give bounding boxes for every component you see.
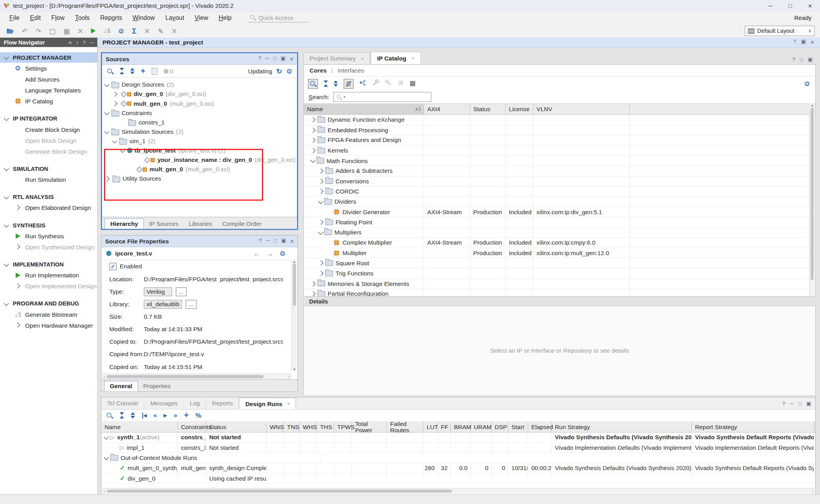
chevron-down-icon[interactable] [4, 222, 9, 227]
collapse-all-icon[interactable]: ≡ [69, 39, 72, 45]
minimize-icon[interactable]: ─ [760, 0, 780, 11]
redo-icon[interactable]: ↷ [36, 27, 41, 35]
chevron-down-icon[interactable] [104, 82, 109, 86]
column-header-bram[interactable]: BRAM [451, 422, 471, 432]
tab-messages[interactable]: Messages [144, 398, 184, 409]
sidebar-item-add-sources[interactable]: Add Sources [0, 74, 97, 85]
column-header-wns[interactable]: WNS [267, 422, 284, 432]
column-header-elapsed[interactable]: Elapsed [528, 422, 552, 432]
chevron-right-icon[interactable] [318, 220, 323, 224]
tree-row[interactable]: Design Sources(2) [102, 80, 297, 89]
column-header-lut[interactable]: LUT [424, 422, 438, 432]
checkbox-checked-icon[interactable]: ✓ [109, 263, 117, 270]
chevron-down-icon[interactable] [104, 129, 109, 133]
property-input[interactable]: Verilog [144, 287, 172, 296]
delete-icon[interactable]: ✕ [78, 27, 84, 35]
column-header-axi4[interactable]: AXI4 [424, 104, 470, 115]
chevron-down-icon[interactable] [4, 194, 9, 199]
chevron-right-icon[interactable] [310, 148, 315, 153]
ip-row[interactable]: Conversions [304, 176, 815, 186]
horizontal-scrollbar[interactable]: ‹› [102, 488, 815, 494]
flow-section-ip-integrator[interactable]: IP INTEGRATOR [0, 114, 97, 124]
back-icon[interactable]: ← [253, 250, 260, 257]
chevron-right-icon[interactable] [104, 176, 109, 181]
play-icon[interactable]: ▸ [164, 412, 167, 419]
chevron-right-icon[interactable] [310, 117, 315, 122]
minimize-panel-icon[interactable]: ─ [266, 238, 270, 245]
step-forward-icon[interactable]: » [174, 412, 177, 419]
expand-all-icon[interactable] [130, 68, 134, 74]
tab-libraries[interactable]: Libraries [184, 219, 217, 229]
search-icon[interactable] [107, 67, 113, 74]
minimize-panel-icon[interactable]: ─ [266, 55, 269, 62]
ip-row[interactable]: Embedded Processing [304, 125, 815, 135]
menu-layout[interactable]: Layout [160, 12, 189, 23]
column-header-whs[interactable]: WHS [299, 422, 317, 432]
float-icon[interactable]: ▣ [806, 401, 811, 406]
close-icon[interactable]: × [800, 0, 820, 11]
sidebar-item-settings[interactable]: ⚙Settings [0, 63, 97, 74]
properties-panel-header[interactable]: Source File Properties ? ─ □ ▣ × [102, 236, 298, 247]
browse-button[interactable]: … [176, 287, 187, 296]
ip-row[interactable]: FPGA Features and Design [304, 135, 815, 146]
search-toggle-icon[interactable] [308, 79, 318, 89]
column-header-tpws[interactable]: TPWS [334, 422, 352, 432]
chevron-right-icon[interactable] [310, 138, 315, 142]
search-icon[interactable] [106, 412, 113, 419]
flow-section-synthesis[interactable]: SYNTHESIS [0, 220, 97, 231]
settings-icon[interactable]: ⚙ [118, 27, 125, 34]
menu-reports[interactable]: Reports [95, 12, 127, 23]
report-summary-icon[interactable]: Σ [132, 27, 136, 35]
sources-panel-header[interactable]: Sources ? ─ □ ▣ × [102, 53, 297, 65]
chevron-down-icon[interactable] [4, 116, 9, 121]
column-header-failed_routes[interactable]: Failed Routes [387, 422, 424, 432]
sidebar-item-language-templates[interactable]: Language Templates [0, 85, 97, 96]
column-header-vlnv[interactable]: VLNV [533, 104, 629, 115]
minimize-panel-icon[interactable]: ─ [90, 39, 94, 45]
chevron-right-icon[interactable] [15, 284, 20, 288]
ip-row[interactable]: Trig Functions [304, 268, 815, 279]
sidebar-item-open-elaborated-design[interactable]: Open Elaborated Design [0, 202, 97, 213]
collapse-all-icon[interactable] [324, 80, 328, 87]
generate-bitstream-icon[interactable]: ↓0110 [104, 28, 111, 33]
layout-selector[interactable]: Default Layout ∨ [745, 26, 815, 36]
menu-edit[interactable]: Edit [25, 12, 46, 23]
maximize-panel-icon[interactable]: □ [274, 238, 277, 245]
run-row[interactable]: ✓mult_gen_0_synth_1mult_gen_0synth_desig… [102, 463, 815, 474]
ip-row[interactable]: Complex MultiplierAXI4-StreamProductionI… [304, 238, 815, 248]
ip-row[interactable]: Floating Point [304, 217, 815, 227]
sidebar-item-run-simulation[interactable]: Run Simulation [0, 174, 97, 185]
chevron-right-icon[interactable] [112, 92, 117, 96]
create-run-icon[interactable]: + [184, 413, 189, 418]
vertical-scrollbar[interactable]: ▲▼ [809, 103, 815, 305]
float-icon[interactable]: ▣ [808, 57, 813, 62]
maximize-panel-icon[interactable]: □ [273, 55, 276, 62]
column-header-uram[interactable]: URAM [471, 422, 492, 432]
subtab-cores[interactable]: Cores [310, 67, 327, 74]
flow-section-program-and-debug[interactable]: PROGRAM AND DEBUG [0, 298, 97, 309]
column-header-ths[interactable]: THS [317, 422, 334, 432]
flow-section-simulation[interactable]: SIMULATION [0, 163, 97, 174]
chevron-down-icon[interactable] [120, 147, 125, 152]
chevron-down-icon[interactable] [318, 199, 323, 204]
help-icon[interactable]: ? [793, 39, 796, 46]
tab-compile-order[interactable]: Compile Order [217, 219, 267, 229]
ip-row[interactable]: MultiplierProductionIncludedxilinx.com:i… [304, 248, 815, 258]
maximize-panel-icon[interactable]: □ [798, 401, 801, 406]
run-row[interactable]: ▷synth_1 (active)constrs_1Not startedViv… [102, 433, 815, 443]
chevron-right-icon[interactable] [310, 291, 315, 296]
help-icon[interactable]: ? [782, 401, 785, 406]
tree-row[interactable]: Simulation Sources(2) [102, 127, 297, 136]
tab-hierarchy[interactable]: Hierarchy [105, 218, 144, 229]
refresh-icon[interactable]: ↻ [276, 67, 282, 75]
sidebar-item-run-synthesis[interactable]: Run Synthesis [0, 231, 97, 241]
chevron-down-icon[interactable] [4, 261, 9, 266]
tab-tcl-console[interactable]: Tcl Console [102, 398, 144, 409]
tree-row[interactable]: mult_gen_0(mult_gen_0.xci) [102, 99, 297, 108]
expand-all-icon[interactable] [333, 80, 338, 87]
copy-icon[interactable]: ▢ [49, 27, 55, 35]
open-project-icon[interactable] [6, 28, 14, 34]
tree-row[interactable]: tb_ipcore_test(ipcore_test.v) (1) [102, 146, 297, 155]
paste-icon[interactable]: ▣ [63, 27, 70, 35]
tab-project-summary[interactable]: Project Summary× [303, 52, 370, 64]
